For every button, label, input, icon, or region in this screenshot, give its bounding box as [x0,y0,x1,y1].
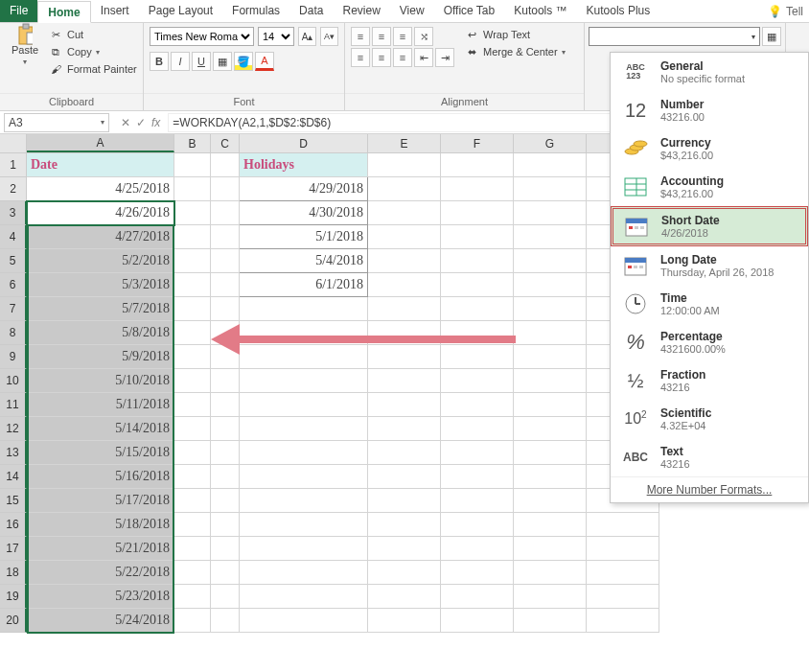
cell[interactable] [514,225,587,249]
cell[interactable]: 5/11/2018 [27,393,174,417]
bold-button[interactable]: B [150,52,169,71]
cell[interactable] [514,369,587,393]
cell[interactable] [514,585,587,609]
cell[interactable] [514,201,587,225]
copy-button[interactable]: ⧉Copy▾ [48,44,137,59]
cell[interactable]: 6/1/2018 [240,273,368,297]
cell[interactable]: 5/14/2018 [27,417,174,441]
cell[interactable] [174,537,211,561]
cell[interactable] [514,513,587,537]
decrease-font-button[interactable]: A▾ [320,27,338,46]
cell[interactable] [240,513,368,537]
cell[interactable] [514,609,587,633]
column-header-E[interactable]: E [368,134,441,152]
tab-file[interactable]: File [0,0,37,22]
orientation-button[interactable]: ⤭ [414,27,433,46]
align-bottom-button[interactable]: ≡ [393,27,412,46]
cell[interactable] [514,177,587,201]
row-header[interactable]: 20 [0,609,27,633]
cell[interactable] [368,201,441,225]
cell[interactable] [174,465,211,489]
cell[interactable] [514,273,587,297]
tab-insert[interactable]: Insert [91,0,139,22]
border-button[interactable]: ▦ [213,52,232,71]
row-header[interactable]: 14 [0,465,27,489]
cell[interactable] [240,441,368,465]
cell[interactable] [211,153,240,177]
cell[interactable] [514,441,587,465]
row-header[interactable]: 12 [0,417,27,441]
tab-data[interactable]: Data [289,0,333,22]
increase-font-button[interactable]: A▴ [298,27,316,46]
cell[interactable]: 5/7/2018 [27,297,174,321]
cell[interactable]: 5/24/2018 [27,609,174,633]
cell[interactable] [174,489,211,513]
cell[interactable] [174,201,211,225]
row-header[interactable]: 7 [0,297,27,321]
row-header[interactable]: 13 [0,441,27,465]
cell[interactable]: Date [27,153,174,177]
cell[interactable] [174,345,211,369]
cell[interactable] [174,609,211,633]
cell[interactable] [174,297,211,321]
fx-button[interactable]: fx [151,116,160,129]
row-header[interactable]: 2 [0,177,27,201]
cell[interactable] [240,609,368,633]
cell[interactable] [514,249,587,273]
tell-me[interactable]: 💡 Tell [762,0,809,22]
cell[interactable]: Holidays [240,153,368,177]
cell[interactable] [240,369,368,393]
column-header-G[interactable]: G [514,134,587,152]
cell[interactable] [514,489,587,513]
row-header[interactable]: 8 [0,321,27,345]
cell[interactable] [368,369,441,393]
row-header[interactable]: 10 [0,369,27,393]
tab-kutools-plus[interactable]: Kutools Plus [577,0,660,22]
more-number-formats[interactable]: More Number Formats... [611,476,808,502]
cell[interactable]: 5/9/2018 [27,345,174,369]
row-header[interactable]: 11 [0,393,27,417]
cell[interactable]: 4/29/2018 [240,177,368,201]
cell[interactable] [368,273,441,297]
cell[interactable]: 5/2/2018 [27,249,174,273]
cell[interactable] [211,177,240,201]
cell[interactable]: 5/1/2018 [240,225,368,249]
underline-button[interactable]: U [192,52,211,71]
cell[interactable] [240,585,368,609]
cell[interactable] [211,609,240,633]
format-option-number[interactable]: 12Number43216.00 [611,91,808,129]
cell[interactable] [211,537,240,561]
cell[interactable] [441,369,514,393]
cell[interactable] [211,225,240,249]
cell[interactable] [441,225,514,249]
column-header-C[interactable]: C [211,134,240,152]
cell[interactable]: 5/18/2018 [27,513,174,537]
cell[interactable] [441,177,514,201]
row-header[interactable]: 9 [0,345,27,369]
cell[interactable] [240,489,368,513]
cut-button[interactable]: ✂Cut [48,27,137,42]
tab-kutools-[interactable]: Kutools ™ [504,0,576,22]
format-option-percentage[interactable]: %Percentage4321600.00% [611,323,808,361]
cell[interactable] [514,561,587,585]
cell[interactable]: 5/15/2018 [27,441,174,465]
align-center-button[interactable]: ≡ [372,48,391,67]
cell[interactable] [441,297,514,321]
row-header[interactable]: 17 [0,537,27,561]
cell[interactable] [174,321,211,345]
cell[interactable] [368,417,441,441]
cell[interactable] [240,417,368,441]
format-painter-button[interactable]: 🖌Format Painter [48,61,137,77]
row-header[interactable]: 19 [0,585,27,609]
column-header-D[interactable]: D [240,134,368,152]
cell[interactable] [587,513,659,537]
row-header[interactable]: 18 [0,561,27,585]
name-box[interactable]: A3 ▾ [4,113,109,132]
cell[interactable]: 5/10/2018 [27,369,174,393]
wrap-text-button[interactable]: ↩Wrap Text [464,27,566,42]
cell[interactable] [368,585,441,609]
cell[interactable] [441,465,514,489]
cell[interactable] [211,465,240,489]
cell[interactable] [240,537,368,561]
cell[interactable] [514,153,587,177]
